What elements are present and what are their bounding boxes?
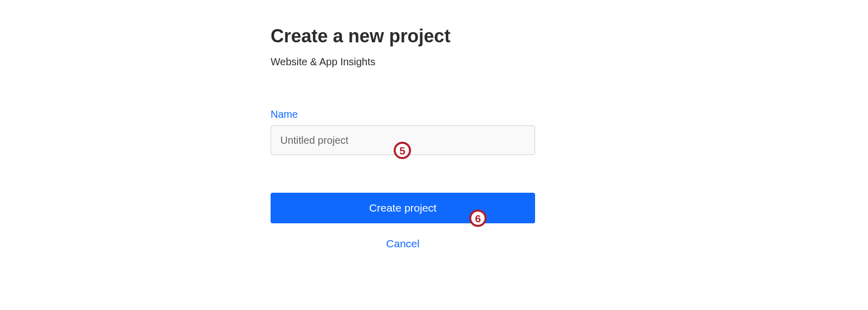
create-project-button[interactable]: Create project [271,193,535,223]
page-subtitle: Website & App Insights [271,56,536,68]
annotation-badge-5: 5 [394,142,411,159]
name-field-label: Name [271,109,536,120]
annotation-badge-6: 6 [469,210,487,227]
page-title: Create a new project [271,25,536,47]
cancel-link[interactable]: Cancel [271,238,535,250]
